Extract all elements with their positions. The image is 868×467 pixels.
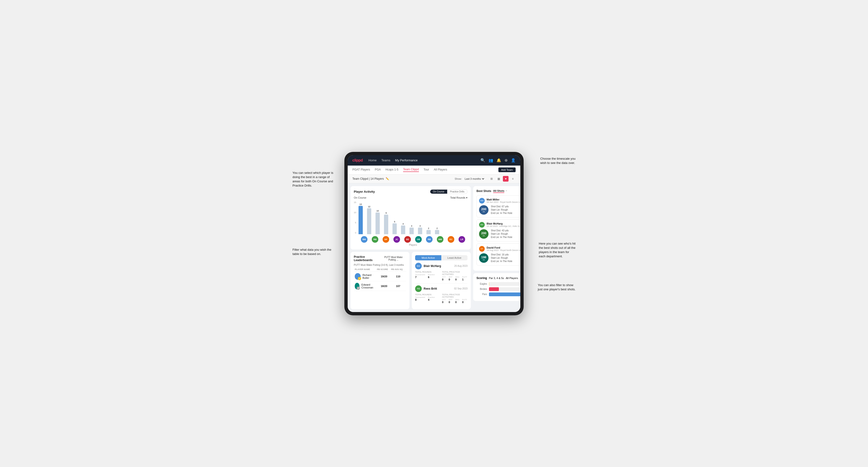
scoring-filter-2[interactable]: All Players <box>506 277 518 280</box>
tiles-view-icon[interactable]: ▦ <box>496 176 501 182</box>
annotation-top-left: You can select which player is doing the… <box>292 171 333 188</box>
annotation-bottom-right-top: Here you can see who's hit the best shot… <box>539 242 576 259</box>
active-player-2-header: RB Rees Britt 02 Sep 2023 <box>415 285 467 292</box>
bar-7 <box>409 228 414 234</box>
bar-group-8: 3 <box>418 225 422 234</box>
edit-icon[interactable]: ✏️ <box>385 177 389 181</box>
shot-item-2[interactable]: BM Blair McHarg 23 Jul 2023 · Ashridge G… <box>476 219 520 242</box>
leaderboard-row-2[interactable]: 2 Edward Crossman 18/20 107 <box>354 281 406 291</box>
arg-stat-1: ARG 0 <box>455 276 459 281</box>
bell-icon[interactable]: 🔔 <box>497 158 501 162</box>
most-active-tab[interactable]: Most Active <box>415 255 441 260</box>
player-activity-card: Player Activity On Course Practice Drill… <box>350 186 471 250</box>
pars-bar <box>489 292 520 296</box>
avatar-5: EE <box>404 236 411 243</box>
birdies-label: Birdies <box>476 288 487 290</box>
top-nav: clippd Home Teams My Performance 🔍 👥 🔔 ⊕… <box>348 155 520 165</box>
shot-details-1: 200 SG Shot Dist: 67 ydsStart Lie: Rough… <box>479 205 520 215</box>
leaderboard-subtitle: PUTT Must Make Putting (3-6 ft), Last 3 … <box>354 264 406 266</box>
shot-badge-2: 200 SG <box>479 229 489 239</box>
add-circle-icon[interactable]: ⊕ <box>504 158 507 162</box>
chart-bars-container: 13 12 10 <box>359 201 467 246</box>
avatar-3: DF <box>382 236 389 243</box>
active-player-1-header: BM Blair McHarg 26 Aug 2023 <box>415 263 467 269</box>
shot-item-3[interactable]: DF David Ford 24 Aug 2023 · Royal North … <box>476 243 520 266</box>
shot-badge-3: 198 SG <box>479 253 489 263</box>
scoring-card: Scoring Par 3, 4 & 5s All Players Eagles <box>473 273 520 301</box>
on-course-toggle[interactable]: On Course <box>430 190 447 194</box>
shot-avatar-1: MM <box>479 198 485 204</box>
avatar-2: RB <box>372 236 378 243</box>
least-active-tab[interactable]: Least Active <box>441 255 467 260</box>
shot-info-1: Shot Dist: 67 ydsStart Lie: RoughEnd Lie… <box>491 205 520 215</box>
gtt-stat-2: GTT 0 <box>442 299 446 304</box>
people-icon[interactable]: 👥 <box>489 158 493 162</box>
all-shots-btn[interactable]: All Shots <box>493 189 504 193</box>
shot-avatar-2: BM <box>479 222 485 228</box>
total-rounds-dropdown[interactable]: Total Rounds ▾ <box>450 196 467 199</box>
bar-group-4: 9 <box>384 212 388 234</box>
nav-home[interactable]: Home <box>368 158 377 162</box>
grid-view-icon[interactable]: ⊞ <box>489 176 494 182</box>
col-pb-avg: PB AVG SQ <box>391 268 405 271</box>
team-header-bar: Team Clippd | 14 Players ✏️ Show: Last 3… <box>348 175 520 183</box>
bar-2 <box>367 208 371 234</box>
avatar-7: RB <box>426 236 433 243</box>
nav-icons: 🔍 👥 🔔 ⊕ 👤 <box>480 158 516 162</box>
tournament-stat-1: Tournament 7 <box>415 274 425 279</box>
leaderboard-dropdown[interactable]: PUTT Must Make Putting ... <box>381 256 406 261</box>
avatar-4: JC <box>394 236 400 243</box>
shot-meta-1: 09 Jun 2023 · Royal North Devon GC, Hole… <box>487 201 520 203</box>
shot-player-name-3: David Ford <box>487 246 520 249</box>
shot-meta-3: 24 Aug 2023 · Royal North Devon GC, Hole… <box>487 249 520 251</box>
tab-all-players[interactable]: All Players <box>434 168 447 172</box>
avatar-6: OB <box>415 236 422 243</box>
practice-stat-1: Practice 6 <box>428 274 435 279</box>
tab-pgat-players[interactable]: PGAT Players <box>352 168 370 172</box>
tab-tour[interactable]: Tour <box>424 168 429 172</box>
leaderboard-row-1[interactable]: 1 Richard Butler 19/20 110 <box>354 272 406 281</box>
y-label-5: 5 <box>355 221 356 224</box>
shot-item-1[interactable]: MM Matt Miller 09 Jun 2023 · Royal North… <box>476 195 520 217</box>
tab-pga[interactable]: PGA <box>375 168 381 172</box>
team-name: Team Clippd | 14 Players <box>352 177 384 181</box>
shot-player-info-1: Matt Miller 09 Jun 2023 · Royal North De… <box>487 198 520 203</box>
bar-group-10: 2 <box>435 227 439 234</box>
scoring-row-birdies: Birdies 96 <box>476 287 520 291</box>
user-avatar-icon[interactable]: 👤 <box>511 158 516 162</box>
tab-hcaps[interactable]: Hcaps 1-5 <box>385 168 398 172</box>
chart-area: 15 10 5 0 13 <box>354 201 467 246</box>
scoring-filter-1[interactable]: Par 3, 4 & 5s <box>489 277 504 280</box>
list-view-icon[interactable]: ≡ <box>510 176 516 182</box>
scoring-title: Scoring <box>476 276 487 280</box>
rank-badge-1: 1 <box>358 277 361 280</box>
sub-nav: PGAT Players PGA Hcaps 1-5 Team Clippd T… <box>348 165 520 175</box>
bar-6 <box>401 225 405 234</box>
search-icon[interactable]: 🔍 <box>480 158 485 162</box>
pb-avg-2: 107 <box>391 285 405 287</box>
shot-player-row-3: DF David Ford 24 Aug 2023 · Royal North … <box>479 246 520 252</box>
tablet-frame: clippd Home Teams My Performance 🔍 👥 🔔 ⊕… <box>344 152 524 315</box>
practice-drills-toggle[interactable]: Practice Drills <box>447 190 467 194</box>
active-player-2-name: Rees Britt <box>424 287 437 290</box>
tab-team-clippd[interactable]: Team Clippd <box>403 168 419 172</box>
nav-my-performance[interactable]: My Performance <box>395 158 417 162</box>
player-info-1: 1 Richard Butler <box>355 273 377 280</box>
on-course-label: On Course <box>354 196 366 199</box>
y-label-15: 15 <box>354 201 356 204</box>
nav-teams[interactable]: Teams <box>381 158 390 162</box>
practice-stat-2: Practice 4 <box>428 296 435 301</box>
time-period-select[interactable]: Last 3 months Last month Last 6 months L… <box>464 177 485 181</box>
best-shots-card: Best Shots All Shots ▾ All Players ▾ <box>473 186 520 271</box>
avatar-9: EC <box>448 236 454 243</box>
active-player-1: BM Blair McHarg 26 Aug 2023 Total Rounds <box>415 263 467 281</box>
heart-view-icon[interactable]: ♥ <box>503 176 508 182</box>
bar-group-2: 12 <box>367 206 371 234</box>
right-column: Best Shots All Shots ▾ All Players ▾ <box>473 186 520 309</box>
y-label-0: 0 <box>355 231 356 234</box>
add-team-button[interactable]: Add Team <box>498 167 516 172</box>
col-player-name: PLAYER NAME <box>355 268 377 271</box>
gtt-stat-1: GTT 0 <box>442 276 446 281</box>
leaderboard-card: Practice Leaderboards PUTT Must Make Put… <box>350 252 409 309</box>
shot-player-row-1: MM Matt Miller 09 Jun 2023 · Royal North… <box>479 198 520 204</box>
